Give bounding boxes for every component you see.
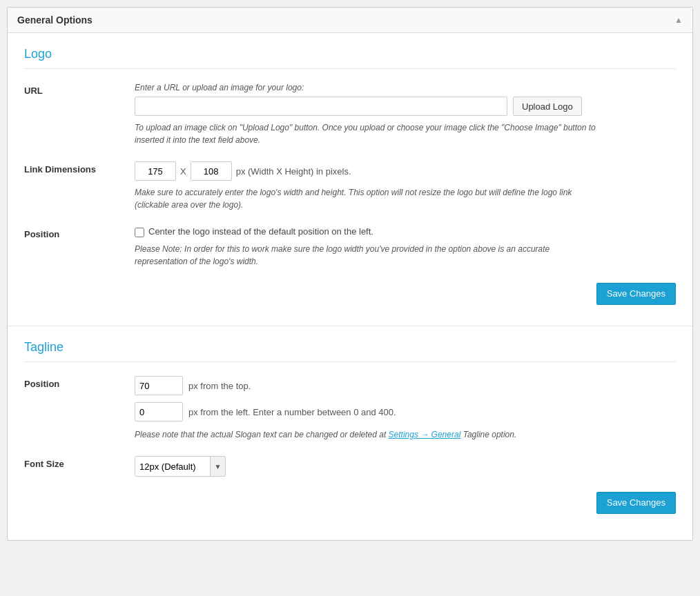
left-position-label: px from the left. Enter a number between…	[188, 407, 396, 417]
logo-section: Logo URL Enter a URL or upload an image …	[8, 33, 692, 326]
tagline-section: Tagline Position px from the top. px fro…	[8, 326, 692, 540]
font-size-select[interactable]: 12px (Default) 10px 11px 13px 14px 16px …	[135, 457, 210, 476]
dimensions-form-content: X px (Width X Height) in pixels. Make su…	[135, 161, 676, 211]
url-form-row: URL Enter a URL or upload an image for y…	[24, 83, 676, 146]
position-label: Position	[24, 226, 135, 239]
logo-save-row: Save Changes	[24, 283, 676, 305]
font-size-label: Font Size	[24, 456, 135, 469]
url-label: URL	[24, 83, 135, 96]
px-wh-label: px (Width X Height) in pixels.	[236, 166, 351, 177]
tagline-position-form-row: Position px from the top. px from the le…	[24, 376, 676, 441]
settings-general-link[interactable]: Settings → General	[389, 430, 461, 439]
font-size-select-arrow: ▼	[210, 457, 225, 476]
tagline-position-help: Please note that the actual Slogan text …	[135, 428, 604, 441]
logo-save-button[interactable]: Save Changes	[596, 283, 676, 305]
url-input[interactable]	[135, 97, 507, 116]
url-help-text: To upload an image click on "Upload Logo…	[135, 121, 604, 146]
position-form-content: Center the logo instead of the default p…	[135, 226, 676, 268]
font-size-form-content: 12px (Default) 10px 11px 13px 14px 16px …	[135, 456, 676, 477]
width-input[interactable]	[135, 161, 176, 181]
logo-section-title: Logo	[24, 47, 676, 69]
tagline-position-label: Position	[24, 376, 135, 389]
center-logo-checkbox-label: Center the logo instead of the default p…	[148, 226, 373, 237]
top-position-label: px from the top.	[188, 381, 251, 391]
top-position-row: px from the top.	[135, 376, 676, 395]
position-help-text: Please Note: In order for this to work m…	[135, 243, 604, 268]
upload-logo-button[interactable]: Upload Logo	[513, 97, 582, 116]
panel-header: General Options ▲	[8, 8, 692, 33]
panel-collapse-arrow[interactable]: ▲	[674, 15, 683, 25]
link-dimensions-label: Link Dimensions	[24, 161, 135, 175]
url-form-content: Enter a URL or upload an image for your …	[135, 83, 676, 146]
tagline-save-button[interactable]: Save Changes	[596, 492, 676, 514]
font-size-select-wrapper: 12px (Default) 10px 11px 13px 14px 16px …	[135, 456, 226, 477]
tagline-save-row: Save Changes	[24, 492, 676, 519]
dimensions-inputs-row: X px (Width X Height) in pixels.	[135, 161, 676, 181]
tagline-section-title: Tagline	[24, 340, 676, 362]
left-position-row: px from the left. Enter a number between…	[135, 402, 676, 421]
url-input-row: Upload Logo	[135, 97, 676, 116]
position-form-row: Position Center the logo instead of the …	[24, 226, 676, 268]
tagline-position-form-content: px from the top. px from the left. Enter…	[135, 376, 676, 441]
tagline-help-suffix: Tagline option.	[460, 430, 516, 439]
x-separator: X	[180, 166, 186, 177]
link-dimensions-row: Link Dimensions X px (Width X Height) in…	[24, 161, 676, 211]
center-logo-checkbox-row: Center the logo instead of the default p…	[135, 226, 676, 237]
dimensions-help-text: Make sure to accurately enter the logo's…	[135, 186, 604, 211]
font-size-form-row: Font Size 12px (Default) 10px 11px 13px …	[24, 456, 676, 477]
url-description: Enter a URL or upload an image for your …	[135, 83, 676, 92]
top-position-input[interactable]	[135, 376, 183, 395]
left-position-input[interactable]	[135, 402, 183, 421]
panel-title: General Options	[17, 14, 93, 26]
tagline-help-prefix: Please note that the actual Slogan text …	[135, 430, 389, 439]
center-logo-checkbox[interactable]	[135, 228, 144, 237]
general-options-panel: General Options ▲ Logo URL Enter a URL o…	[7, 7, 693, 541]
height-input[interactable]	[191, 161, 232, 181]
